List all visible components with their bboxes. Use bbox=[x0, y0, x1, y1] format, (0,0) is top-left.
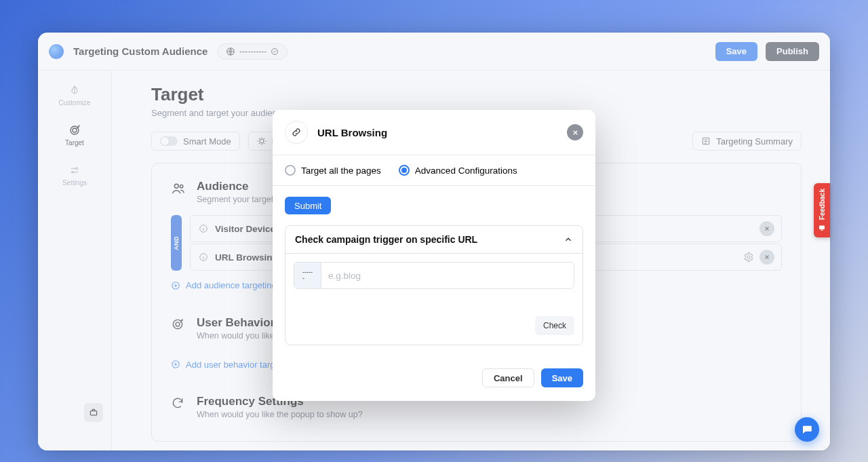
radio-adv-label: Advanced Configurations bbox=[415, 166, 517, 176]
link-icon bbox=[285, 121, 308, 144]
chevron-up-icon bbox=[564, 235, 573, 244]
help-chat-button[interactable] bbox=[795, 417, 819, 442]
submit-button[interactable]: Submit bbox=[285, 197, 331, 214]
check-url-accordion: Check campaign trigger on specific URL -… bbox=[285, 225, 583, 345]
feedback-icon bbox=[818, 224, 826, 232]
radio-target-all[interactable]: Target all the pages bbox=[285, 165, 381, 176]
url-browsing-modal: URL Browsing Target all the pages Advanc… bbox=[273, 110, 595, 401]
modal-overlay: URL Browsing Target all the pages Advanc… bbox=[38, 33, 830, 450]
briefcase-icon bbox=[89, 408, 98, 417]
modal-header: URL Browsing bbox=[273, 110, 595, 155]
url-input[interactable] bbox=[321, 263, 574, 288]
accordion-header[interactable]: Check campaign trigger on specific URL bbox=[285, 226, 583, 254]
close-icon bbox=[572, 129, 579, 136]
feedback-label: Feedback bbox=[818, 189, 826, 220]
app-frame: Targeting Custom Audience ---------- Sav… bbox=[38, 33, 830, 450]
modal-footer: Cancel Save bbox=[273, 359, 595, 401]
modal-save-button[interactable]: Save bbox=[541, 368, 583, 387]
svg-rect-18 bbox=[819, 226, 825, 230]
url-prefix: ----- - bbox=[294, 263, 321, 288]
svg-rect-17 bbox=[90, 411, 96, 415]
briefcase-button[interactable] bbox=[84, 403, 103, 422]
modal-radio-group: Target all the pages Advanced Configurat… bbox=[273, 155, 595, 186]
radio-off-icon bbox=[285, 165, 296, 176]
chat-icon bbox=[801, 423, 813, 436]
modal-title: URL Browsing bbox=[317, 127, 387, 138]
radio-all-label: Target all the pages bbox=[301, 166, 381, 176]
radio-on-icon bbox=[399, 165, 410, 176]
cancel-button[interactable]: Cancel bbox=[482, 368, 534, 387]
url-input-group: ----- - bbox=[294, 262, 574, 289]
radio-advanced-config[interactable]: Advanced Configurations bbox=[399, 165, 517, 176]
check-button[interactable]: Check bbox=[535, 316, 574, 335]
feedback-tab[interactable]: Feedback bbox=[814, 183, 830, 237]
close-modal-button[interactable] bbox=[567, 124, 583, 140]
accordion-title: Check campaign trigger on specific URL bbox=[295, 234, 477, 245]
